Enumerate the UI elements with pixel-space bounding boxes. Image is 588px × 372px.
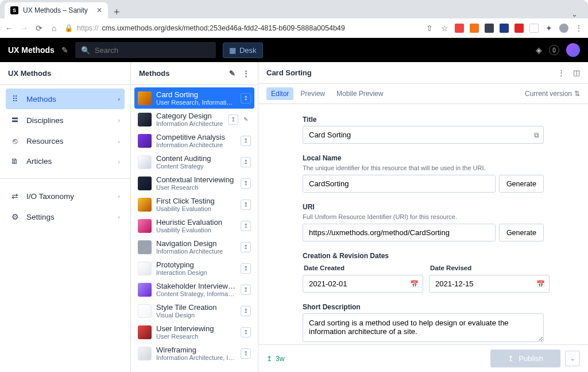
- publish-icon[interactable]: ↥: [241, 178, 251, 189]
- uri-input[interactable]: [303, 224, 496, 241]
- publish-icon[interactable]: ↥: [241, 306, 251, 316]
- publish-icon[interactable]: ↥: [241, 200, 251, 210]
- compose-icon[interactable]: ✎: [61, 45, 68, 55]
- split-view-icon[interactable]: ◫: [573, 68, 580, 77]
- reload-button[interactable]: ⟳: [34, 24, 44, 33]
- method-thumbnail: [138, 155, 152, 169]
- method-list-item[interactable]: Competitive AnalysisInformation Architec…: [134, 130, 254, 151]
- publish-icon[interactable]: ↥: [241, 136, 251, 146]
- publish-icon[interactable]: ↥: [241, 157, 251, 167]
- publish-button[interactable]: ↥ Publish: [490, 350, 560, 367]
- method-subtitle: Information Architecture: [156, 141, 236, 148]
- extension-icon[interactable]: [470, 24, 479, 33]
- publish-icon[interactable]: ↥: [241, 93, 251, 103]
- generate-button[interactable]: Generate: [499, 224, 544, 241]
- date-revised-input[interactable]: [429, 275, 550, 293]
- sidebar-item-iotaxonomy[interactable]: ⇄I/O Taxonomy›: [6, 186, 125, 206]
- method-subtitle: Usability Evaluation: [156, 227, 236, 233]
- method-list-item[interactable]: User InterviewingUser Research↥: [134, 321, 254, 343]
- method-list-item[interactable]: Heuristic EvaluationUsability Evaluation…: [134, 215, 254, 236]
- method-list-item[interactable]: PrototypingInteraction Design↥: [134, 258, 254, 279]
- menu-icon[interactable]: ⋮: [558, 68, 565, 77]
- chevron-right-icon: ›: [118, 117, 120, 124]
- method-list-item[interactable]: Content AuditingContent Strategy↥: [134, 151, 254, 172]
- chevron-right-icon: ›: [118, 213, 120, 220]
- extension-icon[interactable]: [500, 24, 509, 33]
- title-label: Title: [303, 116, 544, 124]
- doc-tab-editor[interactable]: Editor: [266, 87, 293, 100]
- notification-count[interactable]: 0: [549, 45, 559, 55]
- package-icon[interactable]: ◈: [536, 45, 542, 55]
- doc-tab-mobile-preview[interactable]: Mobile Preview: [332, 87, 388, 100]
- method-thumbnail: [138, 177, 152, 190]
- localname-label: Local Name: [303, 154, 544, 162]
- profile-avatar[interactable]: [559, 24, 568, 33]
- sidebar-item-settings[interactable]: ⚙Settings›: [6, 206, 125, 227]
- star-icon[interactable]: ☆: [440, 24, 449, 33]
- method-list-item[interactable]: Navigation DesignInformation Architectur…: [134, 236, 254, 258]
- publish-icon[interactable]: ↥: [228, 114, 238, 125]
- publish-icon[interactable]: ↥: [241, 327, 251, 338]
- localname-input[interactable]: [303, 175, 496, 193]
- version-selector[interactable]: Current version ⇅: [525, 90, 580, 98]
- doc-tab-preview[interactable]: Preview: [296, 87, 330, 100]
- method-subtitle: Information Architecture: [156, 248, 236, 255]
- extension-icon[interactable]: [529, 24, 539, 33]
- method-subtitle: Interaction Design: [156, 269, 236, 276]
- sidebar-item-methods[interactable]: ⠿Methods›: [6, 89, 125, 109]
- extension-icon[interactable]: [485, 24, 494, 33]
- publish-dropdown[interactable]: ⌄: [565, 351, 580, 366]
- publish-icon[interactable]: ↥: [241, 348, 251, 359]
- calendar-icon[interactable]: 📅: [410, 280, 419, 288]
- method-list-item[interactable]: WireframingInformation Architecture, Int…: [134, 343, 254, 364]
- method-list-item[interactable]: Card SortingUser Research, Information A…: [134, 87, 254, 109]
- chevron-right-icon: ›: [118, 158, 120, 165]
- method-list-item[interactable]: Contextual InterviewingUser Research↥: [134, 172, 254, 194]
- address-bar[interactable]: 🔒 https://cms.uxmethods.org/desk/method;…: [64, 24, 419, 32]
- calendar-icon[interactable]: 📅: [536, 280, 545, 288]
- extension-icon[interactable]: [514, 24, 524, 33]
- method-subtitle: Usability Evaluation: [156, 205, 236, 212]
- share-icon[interactable]: ⇧: [425, 24, 434, 33]
- user-avatar[interactable]: [566, 43, 580, 57]
- shortdesc-label: Short Description: [303, 303, 544, 311]
- search-input[interactable]: [95, 46, 210, 55]
- app-header: UX Methods ✎ 🔍 ▦ Desk ◈ 0: [0, 38, 588, 62]
- methods-panel-title: Methods: [139, 69, 169, 78]
- translate-icon[interactable]: ⧉: [534, 131, 539, 139]
- date-created-input[interactable]: [303, 275, 423, 293]
- method-thumbnail: [138, 198, 152, 212]
- search-box[interactable]: 🔍: [75, 42, 216, 58]
- publish-icon[interactable]: ↥: [241, 221, 251, 231]
- compose-icon[interactable]: ✎: [229, 69, 235, 78]
- search-icon: 🔍: [81, 46, 90, 55]
- method-list-item[interactable]: Stakeholder InterviewingContent Strategy…: [134, 279, 254, 300]
- shortdesc-textarea[interactable]: [303, 313, 544, 342]
- menu-icon[interactable]: ⋮: [242, 69, 250, 78]
- method-list-item[interactable]: First Click TestingUsability Evaluation↥: [134, 194, 254, 215]
- close-icon[interactable]: ✕: [96, 6, 102, 14]
- method-list-item[interactable]: Category DesignInformation Architecture↥…: [134, 109, 254, 130]
- tab-overflow-button[interactable]: ⌄: [566, 10, 583, 18]
- browser-tab[interactable]: S UX Methods – Sanity ✕: [5, 2, 108, 18]
- sidebar-item-articles[interactable]: 🗎Articles›: [6, 151, 125, 171]
- forward-button[interactable]: →: [20, 24, 29, 33]
- browser-menu-icon[interactable]: ⋮: [574, 24, 583, 33]
- generate-button[interactable]: Generate: [499, 175, 544, 193]
- new-tab-button[interactable]: +: [108, 6, 126, 18]
- sidebar-item-disciplines[interactable]: 〓Disciplines›: [6, 109, 125, 131]
- nav-item-label: I/O Taxonomy: [26, 192, 74, 201]
- nav-item-label: Settings: [26, 213, 55, 221]
- title-input[interactable]: [303, 126, 544, 144]
- extension-icon[interactable]: [455, 24, 464, 33]
- publish-icon[interactable]: ↥: [241, 242, 251, 252]
- home-button[interactable]: ⌂: [49, 24, 59, 33]
- edit-icon[interactable]: ✎: [241, 114, 251, 125]
- extensions-menu-icon[interactable]: ✦: [544, 24, 554, 33]
- method-list-item[interactable]: Style Tile CreationVisual Design↥: [134, 300, 254, 321]
- sidebar-item-resources[interactable]: ⎋Resources›: [6, 131, 125, 151]
- back-button[interactable]: ←: [5, 24, 14, 33]
- publish-icon[interactable]: ↥: [241, 285, 251, 295]
- desk-button[interactable]: ▦ Desk: [223, 43, 263, 58]
- publish-icon[interactable]: ↥: [241, 263, 251, 274]
